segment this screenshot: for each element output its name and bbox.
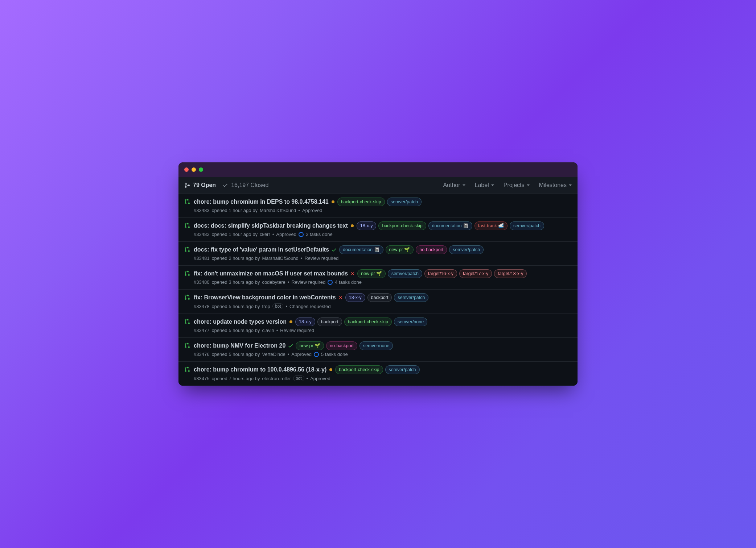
label-semver-patch[interactable]: semver/patch [385, 365, 420, 374]
pr-author[interactable]: electron-roller [262, 376, 291, 381]
chevron-down-icon [527, 184, 530, 186]
pr-id: #33478 [194, 304, 209, 309]
titlebar [178, 162, 578, 177]
pr-id: #33482 [194, 232, 209, 237]
label-target-18[interactable]: target/18-x-y [494, 269, 527, 278]
label-semver-none[interactable]: semver/none [359, 341, 393, 350]
pr-author[interactable]: VerteDinde [262, 352, 285, 357]
label-no-backport[interactable]: no-backport [326, 341, 357, 350]
pr-author[interactable]: MarshallOfSound [262, 256, 298, 261]
label-new-pr[interactable]: new-pr 🌱 [296, 341, 324, 350]
list-toolbar: 79 Open 16,197 Closed AuthorLabelProject… [178, 177, 578, 194]
pull-request-open-icon [184, 246, 190, 252]
closed-count-label: 16,197 Closed [231, 182, 268, 188]
pr-review-status: Review required [280, 328, 314, 333]
pull-request-open-icon [184, 319, 190, 324]
label-backport-check-skip[interactable]: backport-check-skip [335, 365, 383, 374]
filter-author[interactable]: Author [443, 182, 465, 188]
pr-id: #33480 [194, 279, 209, 285]
pr-opened-text: opened 5 hours ago by [211, 304, 260, 309]
pull-request-open-icon [184, 294, 190, 300]
label-target-16[interactable]: target/16-x-y [424, 269, 457, 278]
pr-title-link[interactable]: chore: update node types version [194, 319, 287, 325]
pr-id: #33475 [194, 376, 209, 381]
pr-review-status: Review required [291, 279, 325, 285]
open-count-tab[interactable]: 79 Open [184, 182, 216, 188]
pr-review-status: Approved [310, 376, 330, 381]
pr-row: chore: bump chromium to 100.0.4896.56 (1… [178, 362, 578, 386]
pr-review-status: Review required [304, 256, 338, 261]
pr-author[interactable]: MarshallOfSound [260, 208, 296, 213]
pr-title-link[interactable]: chore: bump chromium in DEPS to 98.0.475… [194, 199, 329, 205]
label-18-x-y[interactable]: 18-x-y [357, 221, 377, 230]
pr-author[interactable]: codebytere [262, 279, 285, 285]
filter-label: Label [475, 182, 489, 188]
pr-row: chore: bump chromium in DEPS to 98.0.475… [178, 194, 578, 218]
pr-row: fix: BrowserView background color in web… [178, 290, 578, 314]
close-window-button[interactable] [184, 167, 189, 172]
pr-author[interactable]: trop [262, 304, 270, 309]
label-18-x-y[interactable]: 18-x-y [295, 317, 315, 326]
pr-row: docs: fix type of 'value' param in setUs… [178, 242, 578, 266]
label-backport[interactable]: backport [367, 293, 392, 302]
status-success-icon [331, 247, 337, 253]
closed-count-tab[interactable]: 16,197 Closed [222, 182, 268, 188]
label-semver-patch[interactable]: semver/patch [449, 245, 484, 254]
pr-title-link[interactable]: fix: BrowserView background color in web… [194, 294, 336, 301]
app-window: 79 Open 16,197 Closed AuthorLabelProject… [178, 162, 578, 386]
pr-title-link[interactable]: docs: docs: simplify skipTaskbar breakin… [194, 223, 348, 229]
pr-opened-text: opened 1 hour ago by [211, 208, 258, 213]
pr-title-link[interactable]: chore: bump NMV for Electron 20 [194, 342, 285, 349]
pr-title-link[interactable]: docs: fix type of 'value' param in setUs… [194, 246, 329, 253]
label-backport-check-skip[interactable]: backport-check-skip [337, 198, 385, 206]
label-backport-check-skip[interactable]: backport-check-skip [378, 221, 426, 230]
label-semver-patch[interactable]: semver/patch [510, 221, 544, 230]
label-target-17[interactable]: target/17-x-y [459, 269, 492, 278]
filter-label: Milestones [539, 182, 567, 188]
label-new-pr[interactable]: new-pr 🌱 [357, 269, 386, 278]
label-semver-none[interactable]: semver/none [394, 317, 427, 326]
label-new-pr[interactable]: new-pr 🌱 [386, 245, 414, 254]
pr-review-status: Approved [291, 352, 312, 357]
chevron-down-icon [463, 184, 465, 186]
label-18-x-y[interactable]: 18-x-y [345, 293, 365, 302]
pr-title-link[interactable]: chore: bump chromium to 100.0.4896.56 (1… [194, 366, 326, 373]
label-backport-check-skip[interactable]: backport-check-skip [344, 317, 392, 326]
label-semver-patch[interactable]: semver/patch [394, 293, 428, 302]
label-semver-patch[interactable]: semver/patch [388, 269, 422, 278]
filter-milestones[interactable]: Milestones [539, 182, 572, 188]
pr-row: fix: don't unmaximize on macOS if user s… [178, 266, 578, 290]
open-count-label: 79 Open [193, 182, 216, 188]
task-progress-icon [299, 232, 304, 237]
status-pending-icon [329, 368, 332, 371]
status-failure-icon [350, 271, 355, 276]
label-backport[interactable]: backport [317, 317, 342, 326]
label-fast-track[interactable]: fast-track 🚅 [474, 221, 508, 230]
pull-request-open-icon [184, 223, 190, 228]
pr-id: #33483 [194, 208, 209, 213]
pull-request-icon [184, 182, 190, 188]
pr-status-icon [184, 366, 190, 381]
status-pending-icon [289, 320, 292, 323]
label-semver-patch[interactable]: semver/patch [387, 198, 422, 206]
maximize-window-button[interactable] [199, 167, 203, 172]
pr-review-status: Approved [302, 208, 322, 213]
bot-badge: bot [293, 375, 304, 381]
label-no-backport[interactable]: no-backport [416, 245, 447, 254]
filter-label[interactable]: Label [475, 182, 494, 188]
pr-row: chore: update node types version 18-x-yb… [178, 314, 578, 338]
pr-title-link[interactable]: fix: don't unmaximize on macOS if user s… [194, 270, 348, 277]
pr-id: #33481 [194, 256, 209, 261]
chevron-down-icon [491, 184, 494, 186]
pr-author[interactable]: clavin [262, 328, 274, 333]
pr-review-status: Approved [276, 232, 296, 237]
label-documentation[interactable]: documentation 📓 [428, 221, 472, 230]
pr-opened-text: opened 3 hours ago by [211, 279, 260, 285]
pr-list: chore: bump chromium in DEPS to 98.0.475… [178, 194, 578, 386]
check-icon [222, 182, 228, 188]
pr-author[interactable]: ckerr [260, 232, 270, 237]
filter-projects[interactable]: Projects [504, 182, 530, 188]
label-documentation[interactable]: documentation 📓 [339, 245, 383, 254]
pull-request-open-icon [184, 199, 190, 204]
minimize-window-button[interactable] [192, 167, 196, 172]
